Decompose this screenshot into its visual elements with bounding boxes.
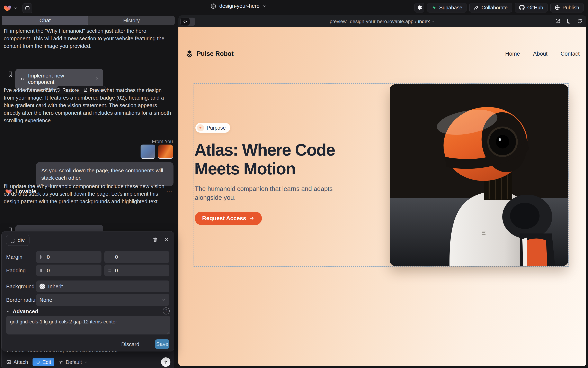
preview-page: index [418,18,430,24]
assistant-message: I'll implement the "Why Humanoid" sectio… [4,27,173,50]
project-switcher[interactable]: design-your-hero [210,3,267,9]
send-button[interactable] [161,357,171,367]
chevron-down-icon [162,298,166,302]
tab-chat[interactable]: Chat [2,16,88,25]
resize-handle[interactable] [167,331,170,334]
margin-x-field[interactable] [36,251,102,263]
image-attach-icon [6,359,11,365]
close-inspector-button[interactable] [164,237,169,242]
restore-button[interactable]: Restore [56,88,79,93]
bookmark-icon[interactable] [8,71,13,77]
user-plus-icon [474,5,479,10]
topbar-actions: Supabase Collaborate GitHub Publish [415,3,584,12]
attach-button[interactable]: Attach [6,359,28,365]
hero-robot-image [390,84,568,266]
lovable-logo-heart-icon[interactable] [3,4,11,12]
padding-x-input[interactable] [47,267,98,274]
padding-x-field[interactable] [36,265,102,276]
nav-home[interactable]: Home [505,51,520,57]
from-you-label: From You [152,139,173,144]
save-button[interactable]: Save [155,339,169,349]
composer-toolbar: Attach Edit Default [6,358,88,366]
sliders-icon [59,360,64,365]
open-external-icon[interactable] [555,18,560,24]
version-tooltip: Restore Preview [57,86,106,94]
purpose-badge: Purpose [195,123,230,133]
padding-x-icon [39,268,44,273]
chat-tabs: Chat History [2,16,175,25]
assistant-message: I'll update the WhyHumanoid component to… [4,183,173,205]
advanced-section-toggle[interactable]: Advanced [6,308,38,315]
github-button[interactable]: GitHub [515,3,548,12]
code-icon [20,76,25,81]
chevron-down-icon[interactable] [13,6,18,10]
padding-y-input[interactable] [115,267,166,274]
help-icon[interactable]: ? [163,307,170,314]
border-radius-label: Border radius [6,294,38,306]
site-header: Pulse Robot Home About Contact [185,49,580,58]
margin-x-icon [39,255,44,259]
chevron-down-icon [263,4,267,8]
toggle-sidebar-button[interactable] [22,3,32,13]
margin-x-input[interactable] [47,254,98,260]
globe-icon [555,5,560,10]
selected-element-chip[interactable]: div [6,235,29,246]
preview-button[interactable]: Preview [83,88,106,93]
delete-element-button[interactable] [152,237,158,242]
tab-history[interactable]: History [88,16,175,25]
refresh-icon[interactable] [577,18,583,24]
preview-actions [555,18,583,24]
edit-mode-button[interactable]: Edit [33,358,54,366]
nav-about[interactable]: About [533,51,548,57]
margin-y-input[interactable] [115,254,166,260]
padding-y-field[interactable] [104,265,169,276]
padding-label: Padding [6,265,26,276]
site-nav: Home About Contact [505,51,580,57]
model-selector[interactable]: Default [59,359,88,365]
component-card-title: Implement new component [28,73,92,85]
bookmark-icon [8,227,13,232]
chevron-right-icon [95,77,99,81]
publish-button[interactable]: Publish [550,3,584,12]
supabase-icon [431,5,437,10]
chat-panel: Chat History I'll implement the "Why Hum… [1,15,175,368]
transparency-swatch-icon [39,284,45,289]
dashed-selection-icon [11,238,15,243]
project-name: design-your-hero [219,3,260,9]
attachment-thumbnail-blue[interactable] [141,145,155,159]
border-radius-value: None [39,297,52,303]
preview-url: preview--design-your-hero.lovable.app [330,18,414,24]
site-preview: Pulse Robot Home About Contact Purpose A… [178,28,586,366]
restore-icon [56,88,61,92]
collaborate-button[interactable]: Collaborate [469,3,512,12]
path-separator: / [415,18,417,24]
request-access-button[interactable]: Request Access [195,212,262,225]
nav-contact[interactable]: Contact [560,51,580,57]
target-icon [36,360,40,365]
padding-y-icon [108,268,112,273]
background-field[interactable]: Inherit [36,280,169,292]
preview-url-bar[interactable]: preview--design-your-hero.lovable.app / … [178,15,586,28]
margin-y-field[interactable] [104,251,169,263]
external-link-icon [83,88,88,92]
chevron-down-icon [84,360,88,364]
mobile-view-icon[interactable] [566,18,572,24]
site-brand[interactable]: Pulse Robot [185,49,234,58]
arrow-right-icon [249,216,255,221]
supabase-button[interactable]: Supabase [427,3,467,12]
margin-label: Margin [6,251,22,263]
discard-button[interactable]: Discard [121,340,139,349]
preview-panel: preview--design-your-hero.lovable.app / … [178,15,586,366]
border-radius-select[interactable]: None [36,294,169,306]
margin-y-icon [108,255,112,259]
attachment-thumbnail-orange[interactable] [158,145,173,159]
settings-button[interactable] [415,3,424,12]
github-icon [519,5,525,10]
hero-heading: Atlas: Where Code Meets Motion [194,140,379,178]
tailwind-classes-textarea[interactable] [6,316,170,334]
background-label: Background [6,280,35,292]
globe-icon [210,3,217,9]
top-bar: design-your-hero Supabase Collaborate Gi… [0,0,588,15]
element-tag: div [18,237,25,243]
layers-logo-icon [185,49,194,58]
